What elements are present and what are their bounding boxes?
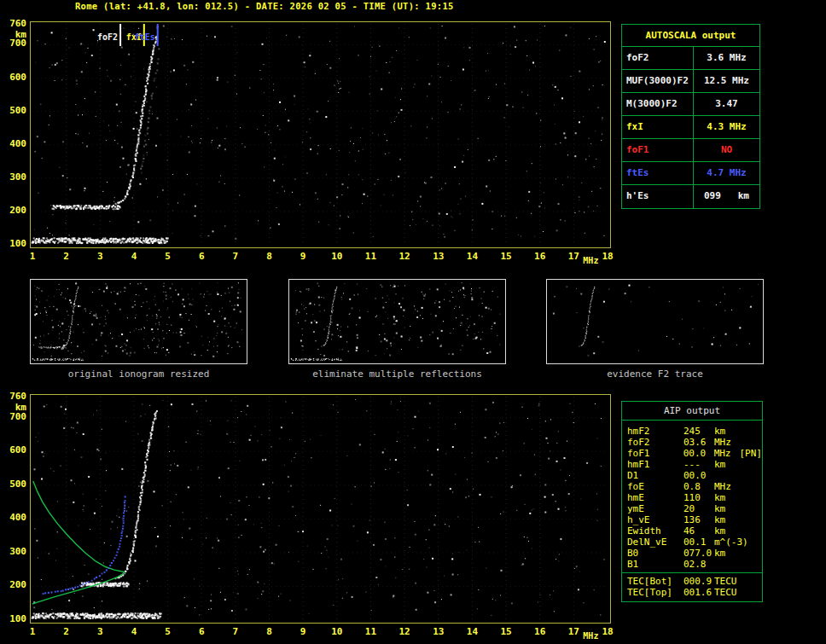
x-tick-label: 8 bbox=[261, 627, 278, 637]
thumbnail-caption-cleaned: eliminate multiple reflections bbox=[288, 368, 506, 380]
aip-param-value: 000.9 bbox=[683, 576, 714, 587]
x-tick-label: 13 bbox=[430, 252, 447, 262]
x-tick-label: 6 bbox=[193, 627, 210, 637]
y-tick-label: 500 bbox=[3, 479, 26, 490]
aip-param-label: h_vE bbox=[627, 514, 683, 525]
aip-param-unit: MHz bbox=[714, 448, 731, 459]
aip-row-h_ve: h_vE136km bbox=[627, 514, 762, 525]
autoscala-table-body: foF23.6 MHzMUF(3000)F212.5 MHzM(3000)F23… bbox=[622, 47, 759, 208]
x-tick-label: 5 bbox=[160, 627, 177, 637]
autoscala-window: Rome (lat: +41.8, lon: 012.5) - DATE: 20… bbox=[0, 0, 826, 644]
x-tick-label: 17 bbox=[565, 627, 582, 637]
x-tick-label: 16 bbox=[532, 627, 549, 637]
x-tick-label: 5 bbox=[160, 252, 177, 262]
aip-param-unit: km bbox=[714, 426, 725, 437]
aip-param-label: foE bbox=[627, 481, 683, 492]
autoscala-row-muf(3000)f2: MUF(3000)F212.5 MHz bbox=[622, 70, 759, 93]
profile-ionogram-panel bbox=[30, 394, 611, 624]
aip-param-unit: km bbox=[714, 548, 725, 559]
thumbnail-caption-original: original ionogram resized bbox=[30, 368, 247, 380]
x-tick-label: 3 bbox=[91, 627, 108, 637]
aip-param-unit: MHz bbox=[714, 481, 731, 492]
x-tick-label: 6 bbox=[193, 252, 210, 262]
aip-param-value: 136 bbox=[683, 514, 714, 525]
autoscala-param-label: ftEs bbox=[622, 162, 694, 184]
aip-param-value: 03.6 bbox=[683, 437, 714, 448]
y-tick-label: 600 bbox=[3, 73, 26, 83]
autoscala-param-label: h'Es bbox=[622, 185, 694, 208]
aip-param-label: TEC[Top] bbox=[627, 587, 683, 598]
aip-param-unit: km bbox=[714, 459, 725, 470]
aip-param-flag: [PN] bbox=[740, 448, 763, 459]
aip-row-fof2: foF203.6MHz bbox=[627, 437, 762, 448]
aip-param-unit: TECU bbox=[714, 576, 737, 587]
thumbnail-f2-trace-evidence bbox=[546, 279, 764, 364]
x-axis-unit: MHz bbox=[583, 631, 605, 641]
aip-param-label: hmE bbox=[627, 492, 683, 503]
y-tick-label: 100 bbox=[3, 239, 26, 249]
autoscala-row-h'es: h'Es099 km bbox=[622, 185, 759, 208]
autoscala-param-label: foF1 bbox=[622, 139, 694, 161]
aip-row-b0: B0077.0km bbox=[627, 548, 762, 559]
y-tick-label: 700 bbox=[3, 412, 26, 422]
aip-param-label: B1 bbox=[627, 559, 683, 570]
y-tick-label: 200 bbox=[3, 580, 26, 590]
autoscala-row-fxi: fxI4.3 MHz bbox=[622, 116, 759, 139]
aip-param-value: 20 bbox=[683, 503, 714, 514]
autoscala-row-fof2: foF23.6 MHz bbox=[622, 47, 759, 70]
y-tick-label: 760 bbox=[3, 392, 26, 402]
autoscala-param-label: foF2 bbox=[622, 47, 694, 69]
aip-row-tec[top]: TEC[Top]001.6TECU bbox=[627, 587, 762, 598]
x-tick-label: 17 bbox=[565, 252, 582, 262]
y-tick-label: 700 bbox=[3, 38, 26, 49]
aip-param-value: 02.8 bbox=[683, 559, 714, 570]
autoscala-param-label: M(3000)F2 bbox=[622, 93, 694, 115]
aip-param-value: 001.6 bbox=[683, 587, 714, 598]
x-tick-label: 14 bbox=[463, 252, 480, 262]
autoscala-table-header: AUTOSCALA output bbox=[622, 25, 759, 47]
x-tick-label: 12 bbox=[396, 627, 413, 637]
aip-param-unit: m^(-3) bbox=[714, 537, 748, 548]
x-tick-label: 7 bbox=[227, 252, 244, 262]
aip-param-value: 245 bbox=[683, 426, 714, 437]
aip-param-label: foF2 bbox=[627, 437, 683, 448]
autoscala-param-value: 3.6 MHz bbox=[694, 47, 759, 69]
aip-row-fof1: foF100.0MHz[PN] bbox=[627, 448, 762, 459]
aip-table-header: AIP output bbox=[622, 402, 762, 421]
aip-row-tec[bot]: TEC[Bot]000.9TECU bbox=[627, 576, 762, 587]
autoscala-param-value: 4.3 MHz bbox=[694, 116, 759, 138]
x-tick-label: 10 bbox=[329, 627, 346, 637]
x-tick-label: 1 bbox=[24, 252, 41, 262]
aip-param-label: Ewidth bbox=[627, 525, 683, 537]
aip-param-unit: TECU bbox=[714, 587, 737, 598]
aip-param-label: TEC[Bot] bbox=[627, 576, 683, 587]
aip-param-value: 077.0 bbox=[683, 548, 714, 559]
aip-param-label: ymE bbox=[627, 503, 683, 514]
y-tick-label: 400 bbox=[3, 139, 26, 149]
x-tick-label: 2 bbox=[58, 627, 75, 637]
main-ionogram-panel: foF2fxIftEs bbox=[30, 21, 611, 248]
marker-line-fof2 bbox=[119, 24, 121, 46]
x-tick-label: 13 bbox=[430, 627, 447, 637]
y-axis-unit: km bbox=[3, 30, 26, 40]
autoscala-row-ftes: ftEs4.7 MHz bbox=[622, 162, 759, 185]
aip-param-value: 00.0 bbox=[683, 448, 714, 459]
x-tick-label: 11 bbox=[362, 627, 379, 637]
aip-param-label: B0 bbox=[627, 548, 683, 559]
y-axis-unit: km bbox=[3, 403, 26, 413]
x-tick-label: 1 bbox=[24, 627, 41, 637]
x-tick-label: 15 bbox=[497, 252, 515, 262]
x-tick-label: 10 bbox=[329, 252, 346, 262]
aip-param-value: 00.0 bbox=[683, 470, 714, 481]
x-tick-label: 7 bbox=[227, 627, 244, 637]
autoscala-param-value: 099 km bbox=[694, 185, 759, 208]
x-tick-label: 9 bbox=[294, 627, 311, 637]
x-tick-label: 8 bbox=[261, 252, 278, 262]
aip-param-unit: km bbox=[714, 492, 725, 503]
x-tick-label: 4 bbox=[125, 252, 143, 262]
marker-line-ftes bbox=[157, 24, 159, 46]
marker-label-fof2: foF2 bbox=[97, 32, 118, 42]
aip-row-hmf2: hmF2245km bbox=[627, 426, 762, 437]
station-date-time-header: Rome (lat: +41.8, lon: 012.5) - DATE: 20… bbox=[75, 1, 454, 11]
thumbnail-plot-f2-trace bbox=[547, 280, 763, 363]
